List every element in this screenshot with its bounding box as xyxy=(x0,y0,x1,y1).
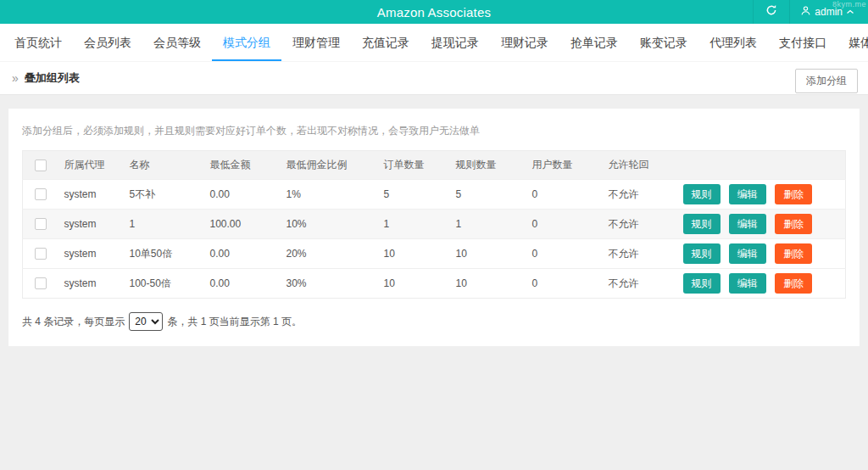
page-size-select[interactable]: 20 xyxy=(129,312,163,331)
table-header-row: 所属代理 名称 最低金额 最低佣金比例 订单数量 规则数量 用户数量 允许轮回 xyxy=(23,151,846,180)
add-group-button[interactable]: 添加分组 xyxy=(795,69,858,93)
col-header-actions xyxy=(680,151,846,180)
col-header-rule-count: 规则数量 xyxy=(453,151,529,180)
col-header-min-commission: 最低佣金比例 xyxy=(283,151,381,180)
edit-button[interactable]: 编辑 xyxy=(729,273,766,294)
cell-orders: 10 xyxy=(381,239,453,269)
cell-min-commission: 30% xyxy=(283,269,381,299)
refresh-icon xyxy=(765,4,777,20)
cell-agent: system xyxy=(61,180,126,210)
delete-button[interactable]: 删除 xyxy=(775,184,812,204)
cell-users: 0 xyxy=(529,210,605,239)
pagination-suffix: 条，共 1 页当前显示第 1 页。 xyxy=(167,315,302,329)
col-header-min-amount: 最低金额 xyxy=(207,151,283,180)
cell-rules: 5 xyxy=(453,180,529,210)
cell-name: 1 xyxy=(126,210,207,239)
top-header-bar: Amazon Associates 8kym.me admin xyxy=(0,0,868,24)
rule-button[interactable]: 规则 xyxy=(683,184,721,204)
nav-item-member-list[interactable]: 会员列表 xyxy=(73,36,142,61)
table-row: system 100-50倍 0.00 30% 10 10 0 不允许 规则 编… xyxy=(23,269,846,299)
table-row: system 5不补 0.00 1% 5 5 0 不允许 规则 编辑 删除 xyxy=(23,180,846,210)
delete-button[interactable]: 删除 xyxy=(775,214,812,234)
page-title: 叠加组列表 xyxy=(25,70,80,86)
delete-button[interactable]: 删除 xyxy=(775,243,812,264)
nav-item-withdraw-records[interactable]: 提现记录 xyxy=(420,36,490,61)
rule-button[interactable]: 规则 xyxy=(683,243,721,264)
cell-orders: 10 xyxy=(381,269,453,299)
cell-name: 5不补 xyxy=(126,180,207,210)
rule-button[interactable]: 规则 xyxy=(683,273,721,294)
edit-button[interactable]: 编辑 xyxy=(729,184,766,204)
nav-item-balance-change-records[interactable]: 账变记录 xyxy=(629,36,698,61)
cell-users: 0 xyxy=(529,239,605,269)
delete-button[interactable]: 删除 xyxy=(775,273,812,294)
tip-text: 添加分组后，必须添加规则，并且规则需要对应好订单个数，若出现不对称情况，会导致用… xyxy=(22,124,846,138)
nav-item-payment-api[interactable]: 支付接口 xyxy=(768,36,837,61)
cell-users: 0 xyxy=(529,269,605,299)
cell-cycle: 不允许 xyxy=(605,269,680,299)
breadcrumb-bar: » 叠加组列表 添加分组 xyxy=(0,61,868,95)
nav-item-media-mgmt[interactable]: 媒体管理 xyxy=(837,36,868,61)
nav-item-finance-records[interactable]: 理财记录 xyxy=(490,36,559,61)
table-row: system 1 100.00 10% 1 1 0 不允许 规则 编辑 删除 xyxy=(23,210,846,239)
select-all-checkbox[interactable] xyxy=(35,159,47,171)
nav-item-recharge-records[interactable]: 充值记录 xyxy=(351,36,420,61)
cell-min-commission: 1% xyxy=(283,180,381,210)
user-icon xyxy=(800,5,811,19)
col-header-user-count: 用户数量 xyxy=(529,151,605,180)
cell-min-commission: 10% xyxy=(283,210,381,239)
cell-cycle: 不允许 xyxy=(605,210,680,239)
cell-rules: 1 xyxy=(453,210,529,239)
edit-button[interactable]: 编辑 xyxy=(729,214,766,234)
cell-min-commission: 20% xyxy=(283,239,381,269)
cell-rules: 10 xyxy=(453,239,529,269)
cell-orders: 1 xyxy=(381,210,453,239)
nav-item-home-stats[interactable]: 首页统计 xyxy=(3,36,73,61)
col-header-order-count: 订单数量 xyxy=(381,151,453,180)
cell-min-amount: 0.00 xyxy=(207,180,283,210)
cell-min-amount: 0.00 xyxy=(207,239,283,269)
edit-button[interactable]: 编辑 xyxy=(729,243,766,264)
cell-agent: system xyxy=(61,239,126,269)
pagination-prefix: 共 4 条记录，每页显示 xyxy=(22,315,125,329)
row-checkbox[interactable] xyxy=(35,218,47,230)
refresh-button[interactable] xyxy=(753,0,790,24)
row-checkbox[interactable] xyxy=(35,188,47,200)
cell-agent: system xyxy=(61,269,126,299)
main-nav: 首页统计 会员列表 会员等级 模式分组 理财管理 充值记录 提现记录 理财记录 … xyxy=(0,24,868,61)
nav-item-order-grab-records[interactable]: 抢单记录 xyxy=(559,36,629,61)
row-checkbox[interactable] xyxy=(35,277,47,289)
breadcrumb-chevrons-icon: » xyxy=(12,71,19,85)
table-row: system 10单50倍 0.00 20% 10 10 0 不允许 规则 编辑… xyxy=(23,239,846,269)
cell-users: 0 xyxy=(529,180,605,210)
cell-name: 10单50倍 xyxy=(126,239,207,269)
nav-item-member-level[interactable]: 会员等级 xyxy=(142,36,212,61)
nav-item-finance-mgmt[interactable]: 理财管理 xyxy=(281,36,351,61)
row-checkbox[interactable] xyxy=(35,248,47,260)
app-title: Amazon Associates xyxy=(0,0,868,24)
rule-button[interactable]: 规则 xyxy=(683,214,721,234)
cell-cycle: 不允许 xyxy=(605,180,680,210)
content-card: 添加分组后，必须添加规则，并且规则需要对应好订单个数，若出现不对称情况，会导致用… xyxy=(8,109,860,346)
cell-name: 100-50倍 xyxy=(126,269,207,299)
cell-agent: system xyxy=(61,210,126,239)
col-header-agent: 所属代理 xyxy=(61,151,126,180)
watermark-text: 8kym.me xyxy=(832,0,866,8)
cell-cycle: 不允许 xyxy=(605,239,680,269)
nav-item-mode-group[interactable]: 模式分组 xyxy=(212,36,281,61)
pagination: 共 4 条记录，每页显示 20 条，共 1 页当前显示第 1 页。 xyxy=(22,312,846,331)
cell-min-amount: 0.00 xyxy=(207,269,283,299)
groups-table: 所属代理 名称 最低金额 最低佣金比例 订单数量 规则数量 用户数量 允许轮回 … xyxy=(22,150,846,299)
col-header-allow-cycle: 允许轮回 xyxy=(605,151,680,180)
nav-item-agent-list[interactable]: 代理列表 xyxy=(698,36,768,61)
cell-min-amount: 100.00 xyxy=(207,210,283,239)
cell-orders: 5 xyxy=(381,180,453,210)
cell-rules: 10 xyxy=(453,269,529,299)
col-header-name: 名称 xyxy=(126,151,207,180)
